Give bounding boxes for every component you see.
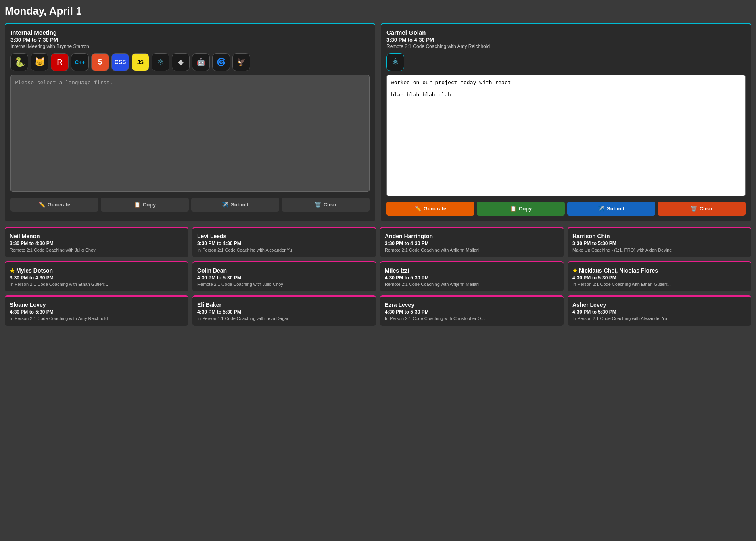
language-icons-row: 🐍 🐱 R C++ 5 CSS JS ⚛ ◆ 🤖 🌀 🦅 — [5, 53, 375, 75]
student-time: 4:30 PM to 5:30 PM — [572, 275, 746, 281]
python-icon[interactable]: 🐍 — [10, 53, 28, 71]
left-generate-button[interactable]: ✏️ Generate — [10, 198, 98, 212]
student-desc: In Person 2:1 Code Coaching with Alexand… — [572, 316, 746, 321]
student-time: 3:30 PM to 4:30 PM — [10, 241, 184, 246]
godot-icon[interactable]: 🤖 — [192, 53, 210, 71]
student-desc: In Person 1:1 Code Coaching with Teva Da… — [197, 316, 371, 321]
top-row: Internal Meeting 3:30 PM to 7:30 PM Inte… — [5, 23, 751, 221]
cplusplus-icon[interactable]: C++ — [71, 53, 89, 71]
student-name: ★Nicklaus Choi, Nicolas Flores — [572, 267, 746, 274]
student-time: 4:30 PM to 5:30 PM — [572, 309, 746, 315]
student-card[interactable]: Asher Levey 4:30 PM to 5:30 PM In Person… — [568, 295, 751, 326]
star-icon: ★ — [10, 267, 15, 274]
right-session-desc: Remote 2:1 Code Coaching with Amy Reichh… — [386, 44, 746, 49]
student-name: Levi Leeds — [197, 233, 371, 239]
student-card[interactable]: Neil Menon 3:30 PM to 4:30 PM Remote 2:1… — [5, 227, 188, 257]
scratch-icon[interactable]: 🐱 — [31, 53, 48, 71]
student-time: 4:30 PM to 5:30 PM — [10, 309, 184, 315]
left-btn-row: ✏️ Generate 📋 Copy ✈️ Submit 🗑️ Clear — [5, 198, 375, 217]
right-code-textarea[interactable]: worked on our project today with react b… — [386, 75, 746, 196]
left-session-title: Internal Meeting — [10, 29, 370, 36]
student-time: 4:30 PM to 5:30 PM — [385, 275, 559, 281]
generate-icon: ✏️ — [39, 202, 45, 208]
right-session-time: 3:30 PM to 4:30 PM — [386, 37, 746, 43]
student-desc: In Person 2:1 Code Coaching with Ethan G… — [10, 282, 184, 287]
right-copy-icon: 📋 — [510, 206, 516, 212]
student-desc: In Person 2:1 Code Coaching with Alexand… — [197, 248, 371, 252]
student-desc: Remote 2:1 Code Coaching with Julio Choy — [197, 282, 371, 287]
copy-icon: 📋 — [134, 202, 140, 208]
student-card[interactable]: ★Nicklaus Choi, Nicolas Flores 4:30 PM t… — [568, 261, 751, 291]
internal-meeting-panel: Internal Meeting 3:30 PM to 7:30 PM Inte… — [5, 23, 375, 221]
student-desc: In Person 2:1 Code Coaching with Christo… — [385, 316, 559, 321]
right-submit-button[interactable]: ✈️ Submit — [567, 202, 655, 216]
right-generate-icon: ✏️ — [415, 206, 421, 212]
student-name: Asher Levey — [572, 302, 746, 308]
unity-icon[interactable]: ◆ — [172, 53, 190, 71]
student-card[interactable]: Anden Harrington 3:30 PM to 4:30 PM Remo… — [380, 227, 564, 257]
student-name: Ezra Levey — [385, 302, 559, 308]
student-name: Miles Izzi — [385, 267, 559, 274]
student-card[interactable]: Harrison Chin 3:30 PM to 5:30 PM Make Up… — [568, 227, 751, 257]
internal-meeting-header: Internal Meeting 3:30 PM to 7:30 PM Inte… — [5, 24, 375, 53]
right-btn-row: ✏️ Generate 📋 Copy ✈️ Submit 🗑️ Clear — [381, 202, 751, 221]
student-card[interactable]: Eli Baker 4:30 PM to 5:30 PM In Person 1… — [192, 295, 376, 326]
roblox-icon[interactable]: R — [51, 53, 69, 71]
react-icon[interactable]: ⚛ — [152, 53, 169, 71]
student-time: 3:30 PM to 5:30 PM — [572, 241, 746, 246]
left-clear-button[interactable]: 🗑️ Clear — [282, 198, 370, 212]
student-desc: Remote 2:1 Code Coaching with Julio Choy — [10, 248, 184, 252]
student-time: 4:30 PM to 5:30 PM — [197, 309, 371, 315]
left-submit-button[interactable]: ✈️ Submit — [191, 198, 279, 212]
blender-icon[interactable]: 🌀 — [212, 53, 230, 71]
swift-icon[interactable]: 🦅 — [232, 53, 250, 71]
student-time: 4:30 PM to 5:30 PM — [197, 275, 371, 281]
right-copy-button[interactable]: 📋 Copy — [477, 202, 565, 216]
right-student-name: Carmel Golan — [386, 29, 746, 36]
right-react-icon[interactable]: ⚛ — [386, 53, 404, 71]
student-name: Sloane Levey — [10, 302, 184, 308]
student-desc: Remote 2:1 Code Coaching with Ahljenn Ma… — [385, 282, 559, 287]
student-card[interactable]: Ezra Levey 4:30 PM to 5:30 PM In Person … — [380, 295, 564, 326]
student-time: 3:30 PM to 4:30 PM — [385, 241, 559, 246]
student-name: ★Myles Dotson — [10, 267, 184, 274]
student-name: Colin Dean — [197, 267, 371, 274]
student-card[interactable]: Miles Izzi 4:30 PM to 5:30 PM Remote 2:1… — [380, 261, 564, 291]
student-time: 3:30 PM to 4:30 PM — [197, 241, 371, 246]
submit-icon: ✈️ — [222, 202, 228, 208]
student-cards-grid: Neil Menon 3:30 PM to 4:30 PM Remote 2:1… — [5, 227, 751, 326]
left-copy-button[interactable]: 📋 Copy — [101, 198, 189, 212]
right-submit-icon: ✈️ — [598, 206, 604, 212]
student-desc: Remote 2:1 Code Coaching with Ahljenn Ma… — [385, 248, 559, 252]
html5-icon[interactable]: 5 — [91, 53, 109, 71]
page-title: Monday, April 1 — [5, 5, 751, 17]
student-name: Anden Harrington — [385, 233, 559, 239]
left-session-time: 3:30 PM to 7:30 PM — [10, 37, 370, 43]
star-icon: ★ — [572, 267, 578, 274]
carmel-golan-panel: Carmel Golan 3:30 PM to 4:30 PM Remote 2… — [381, 23, 751, 221]
student-card[interactable]: ★Myles Dotson 3:30 PM to 4:30 PM In Pers… — [5, 261, 188, 291]
right-generate-button[interactable]: ✏️ Generate — [386, 202, 474, 216]
student-desc: In Person 2:1 Code Coaching with Amy Rei… — [10, 316, 184, 321]
left-session-desc: Internal Meeting with Brynne Starron — [10, 44, 370, 49]
carmel-header: Carmel Golan 3:30 PM to 4:30 PM Remote 2… — [381, 24, 751, 53]
student-card[interactable]: Sloane Levey 4:30 PM to 5:30 PM In Perso… — [5, 295, 188, 326]
student-desc: Make Up Coaching - (1:1, PRO) with Aidan… — [572, 248, 746, 252]
student-card[interactable]: Levi Leeds 3:30 PM to 4:30 PM In Person … — [192, 227, 376, 257]
student-name: Neil Menon — [10, 233, 184, 239]
css3-icon[interactable]: CSS — [111, 53, 129, 71]
student-name: Harrison Chin — [572, 233, 746, 239]
javascript-icon[interactable]: JS — [132, 53, 149, 71]
student-time: 3:30 PM to 4:30 PM — [10, 275, 184, 281]
student-card[interactable]: Colin Dean 4:30 PM to 5:30 PM Remote 2:1… — [192, 261, 376, 291]
clear-icon: 🗑️ — [315, 202, 321, 208]
right-clear-button[interactable]: 🗑️ Clear — [658, 202, 746, 216]
student-name: Eli Baker — [197, 302, 371, 308]
student-desc: In Person 2:1 Code Coaching with Ethan G… — [572, 282, 746, 287]
right-clear-icon: 🗑️ — [691, 206, 697, 212]
left-code-textarea[interactable] — [10, 75, 370, 192]
student-time: 4:30 PM to 5:30 PM — [385, 309, 559, 315]
